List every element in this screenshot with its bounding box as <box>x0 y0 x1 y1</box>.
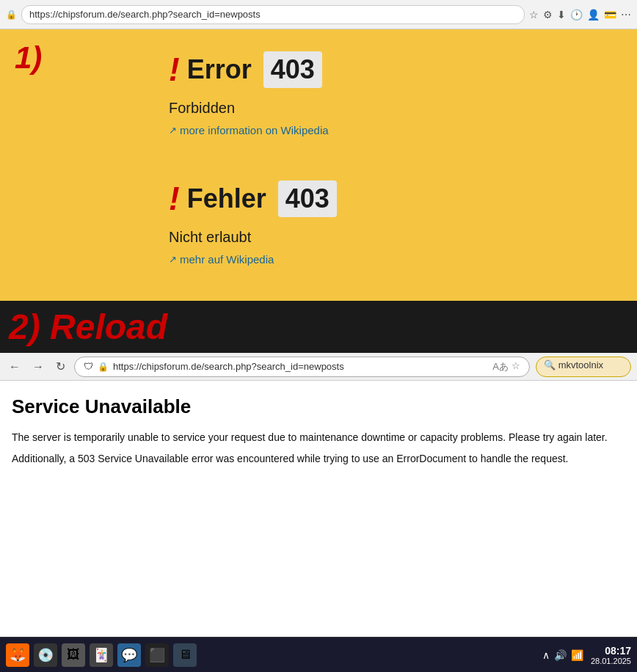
forward-button[interactable]: → <box>29 359 47 375</box>
search-icon-2: 🔍 <box>544 359 556 370</box>
taskbar-apps: 🦊 💿 🖼 🃏 💬 ⬛ 🖥 <box>6 643 197 667</box>
taskbar-sys-tray: ∧ 🔊 📶 <box>542 649 583 661</box>
browser-chrome-1: 🔒 https://chipsforum.de/search.php?searc… <box>0 0 637 29</box>
section2-label-bar: 2) Reload <box>0 301 637 353</box>
browser-toolbar-icons: ☆ ⚙ ⬇ 🕐 👤 💳 ⋯ <box>529 9 631 21</box>
taskbar-icon-firefox[interactable]: 🦊 <box>6 643 29 667</box>
taskbar-icon-screen[interactable]: 🖥 <box>173 643 197 667</box>
bookmark-icon[interactable]: ☆ <box>529 9 539 21</box>
wikipedia-link-english[interactable]: ↗ more information on Wikipedia <box>169 124 622 136</box>
wikipedia-link-german[interactable]: ↗ mehr auf Wikipedia <box>169 253 622 266</box>
wallet-icon[interactable]: 💳 <box>604 9 616 21</box>
error-text-german: Fehler <box>187 183 266 214</box>
error-text-english: Error <box>187 54 252 85</box>
section-label-1: 1) <box>15 40 42 76</box>
history-icon[interactable]: 🕐 <box>570 9 583 21</box>
translate-icon[interactable]: Aあ <box>492 360 509 373</box>
error-code-english: 403 <box>263 51 322 88</box>
error-block-german: ! Fehler 403 Nicht erlaubt ↗ mehr auf Wi… <box>169 173 622 266</box>
more-icon[interactable]: ⋯ <box>621 9 631 21</box>
taskbar-clock[interactable]: 08:17 28.01.2025 <box>591 645 631 665</box>
service-unavailable-section: Service Unavailable The server is tempor… <box>0 381 637 487</box>
forbidden-subtitle: Forbidden <box>169 100 622 117</box>
url-bar-1[interactable]: https://chipsforum.de/search.php?search_… <box>21 5 525 24</box>
error-title-english: ! Error 403 <box>169 51 622 88</box>
reload-button[interactable]: ↻ <box>53 358 68 375</box>
service-unavailable-desc2: Additionally, a 503 Service Unavailable … <box>12 451 625 467</box>
network-icon[interactable]: 📶 <box>571 649 583 661</box>
taskbar: 🦊 💿 🖼 🃏 💬 ⬛ 🖥 ∧ 🔊 📶 08:17 28.01.2025 <box>0 637 637 672</box>
taskbar-icon-image[interactable]: 🖼 <box>62 643 85 667</box>
error-page-section: 1) ! Error 403 Forbidden ↗ more informat… <box>0 29 637 301</box>
profile-icon[interactable]: 👤 <box>587 9 600 21</box>
extension-icon[interactable]: ⚙ <box>543 9 553 21</box>
wikipedia-link-text-german: mehr auf Wikipedia <box>180 253 274 266</box>
exclamation-english: ! <box>169 54 180 86</box>
error-code-german: 403 <box>278 180 337 217</box>
section-label-2: 2) Reload <box>9 307 167 346</box>
taskbar-right: ∧ 🔊 📶 08:17 28.01.2025 <box>542 645 631 665</box>
clock-time: 08:17 <box>591 645 631 657</box>
chevron-up-icon[interactable]: ∧ <box>542 649 550 661</box>
url-bar-action-icons: Aあ ☆ <box>492 360 520 373</box>
taskbar-icon-terminal[interactable]: ⬛ <box>145 643 169 667</box>
external-link-icon-english: ↗ <box>169 125 177 136</box>
search-box-2[interactable]: 🔍 mkvtoolnix <box>536 357 631 377</box>
forbidden-subtitle-german: Nicht erlaubt <box>169 229 622 246</box>
wikipedia-link-text-english: more information on Wikipedia <box>180 124 329 136</box>
search-text-2: mkvtoolnix <box>558 359 603 370</box>
shield-icon: 🛡 <box>84 361 93 372</box>
star-icon[interactable]: ☆ <box>512 360 520 373</box>
service-unavailable-title: Service Unavailable <box>12 395 625 418</box>
taskbar-icon-disk[interactable]: 💿 <box>34 643 57 667</box>
url-bar-2[interactable]: 🛡 🔒 https://chipsforum.de/search.php?sea… <box>74 357 530 377</box>
download-icon[interactable]: ⬇ <box>557 9 566 21</box>
external-link-icon-german: ↗ <box>169 254 177 265</box>
taskbar-icon-cards[interactable]: 🃏 <box>90 643 113 667</box>
browser-chrome-2: ← → ↻ 🛡 🔒 https://chipsforum.de/search.p… <box>0 353 637 381</box>
lock-icon: 🔒 <box>6 10 17 20</box>
clock-date: 28.01.2025 <box>591 657 631 665</box>
back-button[interactable]: ← <box>6 359 23 375</box>
error-title-german: ! Fehler 403 <box>169 180 622 217</box>
service-unavailable-desc1: The server is temporarily unable to serv… <box>12 430 625 445</box>
exclamation-german: ! <box>169 183 180 215</box>
taskbar-icon-chat[interactable]: 💬 <box>117 643 141 667</box>
speaker-icon[interactable]: 🔊 <box>554 649 567 661</box>
url-text-2: https://chipsforum.de/search.php?search_… <box>113 361 488 372</box>
lock-icon-2: 🔒 <box>98 362 109 372</box>
error-block-english: ! Error 403 Forbidden ↗ more information… <box>169 44 622 136</box>
